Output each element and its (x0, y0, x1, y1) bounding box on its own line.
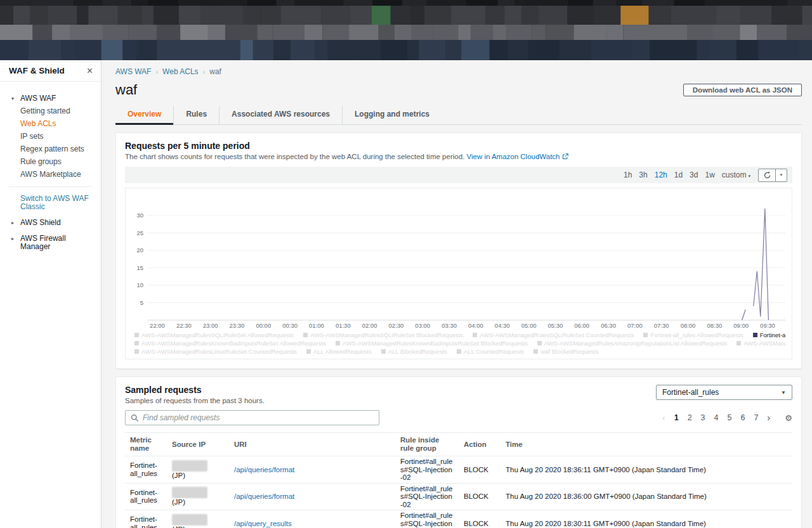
legend-label: AWS-AWSManagedRulesKnownBadInputsRuleSet… (343, 340, 528, 347)
metric-name-cell: Fortinet-all_rules (125, 483, 167, 510)
country-code: (JP) (172, 525, 185, 528)
legend-entry[interactable]: waf BlockedRequests (534, 348, 598, 355)
sidebar-item-aws-waf[interactable]: ▾ AWS WAF (0, 93, 101, 104)
svg-text:23:30: 23:30 (230, 322, 245, 329)
censored-browser-chrome (0, 0, 812, 60)
legend-entry[interactable]: ALL BlockedRequests (381, 348, 447, 355)
legend-entry[interactable]: AWS-AWSManagedRulesKnownBadInputsRuleSet… (134, 340, 326, 347)
download-web-acl-button[interactable]: Download web ACL as JSON (683, 84, 802, 96)
select-arrow-icon: ▼ (781, 390, 786, 396)
legend-entry[interactable]: ALL CountedRequests (457, 348, 524, 355)
legend-marker-icon (534, 349, 538, 354)
legend-entry[interactable]: AWS-AWSManagedRulesKnownBadInputsRuleSet… (336, 340, 528, 347)
rule-filter-select[interactable]: Fortinet-all_rules ▼ (656, 385, 792, 400)
chart-box: 5101520253022:0022:3023:0023:3000:0000:3… (125, 188, 792, 359)
sidebar-divider (9, 186, 92, 187)
legend-marker-icon (134, 349, 139, 354)
svg-text:00:00: 00:00 (256, 322, 271, 329)
tab-logging-metrics[interactable]: Logging and metrics (342, 106, 442, 124)
legend-row: AWS-AWSManagedRulesSQLiRuleSet AllowedRe… (134, 332, 785, 338)
legend-entry[interactable]: AWS-AWSManagedRulesAmazonIpReputationLis… (537, 340, 728, 347)
sidebar-item-getting-started[interactable]: Getting started (0, 106, 101, 117)
legend-label: AWS-AWSManagedRulesAmazonIpReputationLis… (743, 340, 785, 347)
legend-entry[interactable]: Fortinet-all_rules AllowedRequests (643, 332, 743, 338)
close-icon[interactable]: × (87, 67, 93, 75)
uri-link[interactable]: /api/queries/format (234, 493, 294, 500)
page-number-6[interactable]: 6 (740, 413, 745, 422)
breadcrumb-aws-waf[interactable]: AWS WAF (115, 67, 151, 76)
tab-associated-resources[interactable]: Associated AWS resources (219, 106, 342, 124)
breadcrumb-web-acls[interactable]: Web ACLs (162, 67, 198, 76)
refresh-icon (763, 171, 771, 179)
range-1d[interactable]: 1d (674, 171, 683, 179)
sidebar-item-aws-marketplace[interactable]: AWS Marketplace (0, 169, 101, 180)
svg-text:09:00: 09:00 (733, 322, 749, 329)
sampled-titles: Sampled requests Samples of requests fro… (125, 385, 265, 404)
legend-label: Fortinet-all_rules BlockedRequests (760, 332, 785, 338)
legend-entry[interactable]: AWS-AWSManagedRulesLinuxRuleSet CountedR… (134, 348, 297, 355)
legend-label: AWS-AWSManagedRulesKnownBadInputsRuleSet… (141, 340, 326, 347)
page-number-1[interactable]: 1 (674, 413, 679, 422)
legend-entry[interactable]: Fortinet-all_rules BlockedRequests (753, 332, 785, 338)
svg-text:07:00: 07:00 (627, 322, 643, 329)
legend-entry[interactable]: AWS-AWSManagedRulesSQLiRuleSet CountedRe… (473, 332, 634, 338)
legend-entry[interactable]: AWS-AWSManagedRulesSQLiRuleSet BlockedRe… (303, 332, 463, 338)
legend-entry[interactable]: ALL AllowedRequests (306, 348, 372, 355)
col-header-metric-name: Metric name (125, 433, 167, 456)
sidebar-item-aws-firewall-manager[interactable]: ▸ AWS Firewall Manager (0, 233, 101, 252)
sidebar-item-regex-pattern-sets[interactable]: Regex pattern sets (0, 144, 101, 155)
redacted-ip (172, 460, 207, 472)
refresh-button[interactable] (759, 169, 776, 181)
tab-rules[interactable]: Rules (173, 106, 219, 124)
range-3h[interactable]: 3h (639, 171, 647, 179)
range-1w[interactable]: 1w (705, 171, 714, 179)
chart-section-title: Requests per 5 minute period (125, 141, 792, 151)
page-number-5[interactable]: 5 (727, 413, 731, 422)
col-header-source-ip: Source IP (167, 433, 229, 456)
sidebar-item-rule-groups[interactable]: Rule groups (0, 157, 101, 167)
legend-marker-icon (473, 333, 477, 337)
sidebar: WAF & Shield × ▾ AWS WAF Getting started… (0, 60, 102, 528)
prev-page-icon[interactable]: ‹ (662, 414, 665, 422)
page-number-4[interactable]: 4 (714, 413, 719, 422)
refresh-options-button[interactable]: ▾ (776, 169, 787, 181)
table-row: Fortinet-all_rules (JP) /api/queries/for… (125, 456, 792, 484)
tab-overview[interactable]: Overview (115, 106, 173, 124)
sampled-controls: ‹ 1234567 › ⚙ (125, 410, 792, 425)
range-3d[interactable]: 3d (690, 171, 698, 179)
range-12h[interactable]: 12h (655, 171, 667, 179)
time-cell: Thu Aug 20 2020 18:36:00 GMT+0900 (Japan… (501, 483, 792, 510)
legend-label: ALL AllowedRequests (313, 348, 372, 355)
legend-entry[interactable]: AWS-AWSManagedRulesSQLiRuleSet AllowedRe… (134, 332, 294, 338)
legend-label: waf BlockedRequests (540, 348, 598, 355)
source-ip-cell: (JP) (167, 510, 229, 528)
page-number-2[interactable]: 2 (688, 413, 692, 422)
sidebar-item-web-acls[interactable]: Web ACLs (0, 119, 101, 129)
page-number-7[interactable]: 7 (754, 413, 758, 422)
legend-marker-icon (134, 333, 139, 337)
metric-name-cell: Fortinet-all_rules (125, 510, 167, 528)
range-1h[interactable]: 1h (624, 171, 632, 179)
sidebar-item-label: AWS Shield (20, 218, 61, 227)
svg-text:25: 25 (136, 229, 143, 236)
range-custom-dropdown[interactable]: custom▾ (722, 171, 750, 179)
uri-link[interactable]: /api/query_results (234, 520, 292, 527)
sidebar-item-ip-sets[interactable]: IP sets (0, 131, 101, 142)
breadcrumb-separator-icon: › (199, 68, 210, 75)
sampled-requests-table: Metric name Source IP URI Rule inside ru… (125, 432, 792, 528)
cloudwatch-link[interactable]: View in Amazon CloudWatch (466, 153, 560, 160)
action-cell: BLOCK (459, 483, 501, 510)
table-settings-gear-icon[interactable]: ⚙ (785, 413, 792, 423)
sidebar-item-aws-shield[interactable]: ▸ AWS Shield (0, 217, 101, 228)
next-page-icon[interactable]: › (767, 414, 770, 422)
sidebar-item-switch-classic[interactable]: Switch to AWS WAF Classic (0, 193, 101, 212)
table-row: Fortinet-all_rules (JP) /api/queries/for… (125, 483, 792, 510)
svg-text:04:30: 04:30 (495, 322, 510, 329)
legend-entry[interactable]: AWS-AWSManagedRulesAmazonIpReputationLis… (737, 340, 785, 347)
requests-line-chart: 5101520253022:0022:3023:0023:3000:0000:3… (126, 188, 790, 330)
page-number-3[interactable]: 3 (701, 413, 705, 422)
uri-link[interactable]: /api/queries/format (234, 466, 294, 473)
search-input[interactable] (143, 413, 374, 422)
mosaic-pixelation (0, 0, 812, 60)
col-header-rule-inside-rule-group: Rule inside rule group (395, 433, 459, 456)
